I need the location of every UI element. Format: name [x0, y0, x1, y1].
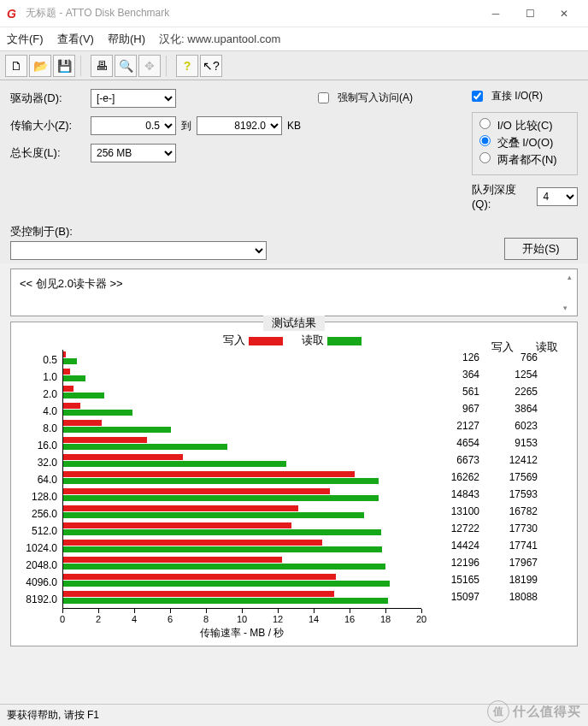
to-label: 到	[181, 119, 191, 133]
x-tick-label: 14	[309, 614, 319, 624]
read-bar	[63, 375, 85, 381]
results-caption: 测试结果	[263, 316, 325, 331]
new-button[interactable]: 🗋	[5, 55, 27, 77]
x-tick	[206, 609, 207, 613]
app-icon: G	[7, 7, 21, 21]
scroll-down-icon[interactable]: ▾	[563, 302, 567, 314]
write-bar	[63, 437, 147, 443]
header-write: 写入	[491, 339, 514, 355]
bar-row	[63, 418, 421, 435]
credit-label: 汉化: www.upantool.com	[159, 32, 280, 47]
numeric-row: 1626217569	[421, 471, 550, 488]
write-value: 126	[421, 351, 479, 369]
x-tick-label: 16	[344, 614, 355, 624]
watermark-text: 什么值得买	[513, 704, 581, 720]
y-label: 1.0	[16, 369, 62, 386]
minimize-button[interactable]: ─	[479, 0, 513, 27]
y-axis-labels: 0.51.02.04.08.016.032.064.0128.0256.0512…	[16, 350, 62, 608]
close-button[interactable]: ✕	[547, 0, 581, 27]
chart-legend: 写入 读取	[16, 333, 572, 348]
whats-this-button[interactable]: ↖?	[200, 55, 222, 77]
watermark-icon: 值	[487, 700, 509, 723]
move-button[interactable]: ✥	[138, 55, 161, 77]
total-length-label: 总长度(L):	[10, 145, 85, 161]
read-value: 6023	[479, 420, 538, 437]
controlled-row: 受控制于(B): 开始(S)	[0, 215, 588, 263]
x-tick	[278, 609, 279, 613]
start-button[interactable]: 开始(S)	[504, 238, 578, 260]
write-value: 14424	[421, 540, 479, 557]
y-label: 64.0	[16, 471, 62, 488]
read-bar	[63, 598, 388, 604]
menu-file[interactable]: 文件(F)	[7, 32, 44, 47]
x-tick	[385, 609, 386, 613]
scrollbar[interactable]: ▴ ▾	[563, 271, 575, 314]
controlled-label: 受控制于(B):	[10, 224, 275, 239]
window-title: 无标题 - ATTO Disk Benchmark	[26, 6, 479, 21]
overlap-io-option[interactable]: 交叠 I/O(O)	[479, 135, 570, 151]
bar-row	[63, 555, 421, 572]
numeric-row: 1219617967	[421, 557, 550, 574]
legend-read-label: 读取	[302, 333, 324, 346]
write-bar	[63, 522, 291, 528]
read-bar	[63, 512, 364, 518]
write-bar	[63, 351, 66, 357]
drive-select[interactable]: [-e-]	[91, 89, 176, 108]
io-mode-group: I/O 比较(C) 交叠 I/O(O) 两者都不(N)	[472, 112, 578, 175]
menu-help[interactable]: 帮助(H)	[108, 32, 145, 47]
length-select[interactable]: 256 MB	[91, 144, 176, 162]
io-compare-option[interactable]: I/O 比较(C)	[479, 118, 570, 133]
bar-row	[63, 521, 421, 538]
x-tick-label: 12	[273, 614, 283, 624]
menu-view[interactable]: 查看(V)	[57, 32, 94, 47]
write-value: 12722	[421, 522, 479, 540]
x-tick-label: 6	[168, 614, 173, 624]
read-bar	[63, 581, 390, 587]
write-bar	[63, 471, 355, 477]
preview-button[interactable]: 🔍	[115, 55, 137, 77]
read-bar	[63, 529, 381, 535]
credit-url[interactable]: www.upantool.com	[187, 32, 280, 45]
queue-depth-label: 队列深度(Q):	[472, 182, 532, 210]
read-bar	[63, 461, 286, 467]
controlled-select[interactable]	[10, 241, 267, 260]
help-button[interactable]: ?	[176, 55, 198, 77]
read-value: 9153	[479, 437, 538, 454]
x-axis-label: 传输速率 - MB / 秒	[62, 626, 421, 640]
numeric-row: 9673864	[421, 403, 550, 420]
force-write-checkbox[interactable]	[318, 92, 329, 103]
open-button[interactable]: 📂	[29, 55, 51, 77]
save-button[interactable]: 💾	[53, 55, 75, 77]
y-label: 128.0	[16, 488, 62, 505]
write-swatch	[249, 337, 283, 345]
scroll-up-icon[interactable]: ▴	[563, 271, 575, 283]
numeric-row: 667312412	[421, 454, 550, 471]
queue-depth-select[interactable]: 4	[537, 187, 578, 206]
direct-io-checkbox[interactable]	[472, 91, 483, 102]
read-bar	[63, 564, 385, 570]
transfer-size-label: 传输大小(Z):	[10, 118, 85, 133]
neither-option[interactable]: 两者都不(N)	[479, 152, 570, 168]
write-value: 561	[421, 386, 479, 403]
read-value: 2265	[479, 386, 538, 403]
write-bar	[63, 403, 80, 409]
read-bar	[63, 444, 227, 450]
watermark: 值 什么值得买	[487, 700, 581, 723]
numeric-row: 1310016782	[421, 505, 550, 522]
transfer-to-select[interactable]: 8192.0	[197, 116, 282, 135]
x-tick	[62, 609, 63, 613]
write-bar	[63, 420, 102, 426]
numeric-row: 1516518199	[421, 574, 550, 591]
legend-write-label: 写入	[223, 333, 245, 346]
maximize-button[interactable]: ☐	[513, 0, 547, 27]
transfer-from-select[interactable]: 0.5	[91, 116, 176, 135]
read-value: 17741	[479, 540, 538, 557]
print-button[interactable]: 🖶	[91, 55, 113, 77]
y-label: 2048.0	[16, 557, 62, 574]
write-value: 15097	[421, 591, 479, 608]
numeric-columns: 1267663641254561226596738642127602346549…	[421, 350, 550, 608]
bar-row	[63, 504, 421, 521]
x-tick	[350, 609, 350, 613]
status-text: 要获得帮助, 请按 F1	[7, 708, 99, 723]
x-tick-label: 18	[380, 614, 391, 624]
